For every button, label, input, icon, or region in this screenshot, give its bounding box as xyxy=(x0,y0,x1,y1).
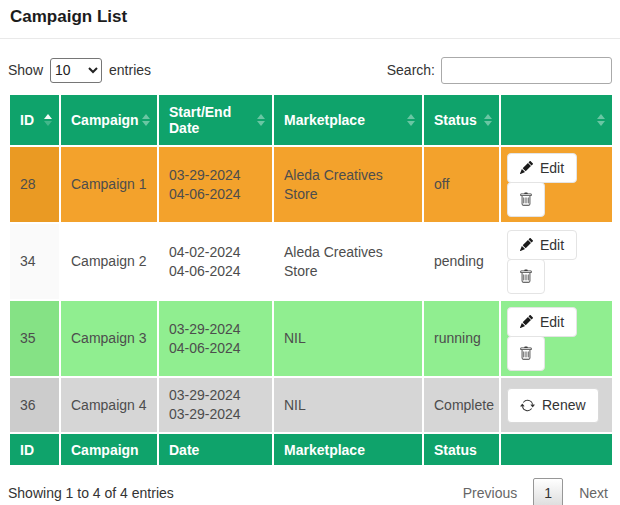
end-date: 04-06-2024 xyxy=(169,185,262,204)
start-date: 03-29-2024 xyxy=(169,386,262,405)
cell-marketplace: NIL xyxy=(273,300,423,377)
delete-button[interactable] xyxy=(507,182,545,217)
sort-arrows-icon xyxy=(142,114,150,126)
refresh-icon xyxy=(520,398,535,413)
trash-icon xyxy=(519,269,533,284)
title-divider xyxy=(0,38,620,39)
column-header-label: Campaign xyxy=(71,112,139,128)
search-input[interactable] xyxy=(441,57,612,84)
pencil-icon xyxy=(520,161,533,174)
pencil-icon xyxy=(520,315,533,328)
cell-id: 34 xyxy=(9,223,60,300)
start-date: 03-29-2024 xyxy=(169,320,262,339)
cell-campaign: Campaign 1 xyxy=(60,146,158,223)
renew-button-label: Renew xyxy=(542,398,586,412)
column-header-marketplace[interactable]: Marketplace xyxy=(273,94,423,146)
end-date: 04-06-2024 xyxy=(169,339,262,358)
table-row: 35 Campaign 3 03-29-2024 04-06-2024 NIL … xyxy=(9,300,613,377)
campaign-list-page: Campaign List Show 10 entries Search: ID xyxy=(0,0,620,505)
cell-status: off xyxy=(423,146,500,223)
footer-column-marketplace: Marketplace xyxy=(273,433,423,466)
edit-button[interactable]: Edit xyxy=(507,230,577,260)
cell-actions: Edit xyxy=(500,146,613,223)
footer-column-date: Date xyxy=(158,433,273,466)
next-page-button[interactable]: Next xyxy=(575,479,612,505)
current-page-button[interactable]: 1 xyxy=(533,478,563,505)
cell-actions: Edit xyxy=(500,223,613,300)
campaign-table: ID Campaign Start/End Date Marketplace S… xyxy=(8,93,614,467)
sort-arrows-icon xyxy=(44,114,52,126)
entries-per-page-select[interactable]: 10 xyxy=(50,58,102,83)
cell-marketplace: Aleda Creatives Store xyxy=(273,223,423,300)
header-row: ID Campaign Start/End Date Marketplace S… xyxy=(9,94,613,146)
table-row: 28 Campaign 1 03-29-2024 04-06-2024 Aled… xyxy=(9,146,613,223)
column-header-campaign[interactable]: Campaign xyxy=(60,94,158,146)
column-header-label: ID xyxy=(20,112,34,128)
cell-dates: 04-02-2024 04-06-2024 xyxy=(158,223,273,300)
sort-arrows-icon xyxy=(407,114,415,126)
trash-icon xyxy=(519,192,533,207)
delete-button[interactable] xyxy=(507,336,545,371)
column-header-label: Marketplace xyxy=(284,112,365,128)
footer-column-status: Status xyxy=(423,433,500,466)
cell-campaign: Campaign 3 xyxy=(60,300,158,377)
sort-arrows-icon xyxy=(597,114,605,126)
cell-marketplace: NIL xyxy=(273,377,423,433)
column-header-status[interactable]: Status xyxy=(423,94,500,146)
cell-dates: 03-29-2024 04-06-2024 xyxy=(158,300,273,377)
search-control: Search: xyxy=(387,57,612,84)
show-label: Show xyxy=(8,62,43,78)
cell-dates: 03-29-2024 03-29-2024 xyxy=(158,377,273,433)
entries-label: entries xyxy=(109,62,151,78)
footer-column-actions xyxy=(500,433,613,466)
column-header-label: Start/End Date xyxy=(169,104,231,136)
table-body: 28 Campaign 1 03-29-2024 04-06-2024 Aled… xyxy=(9,146,613,433)
column-header-id[interactable]: ID xyxy=(9,94,60,146)
cell-id: 35 xyxy=(9,300,60,377)
table-controls: Show 10 entries Search: xyxy=(8,56,612,84)
end-date: 03-29-2024 xyxy=(169,405,262,424)
column-header-start-end-date[interactable]: Start/End Date xyxy=(158,94,273,146)
cell-id: 28 xyxy=(9,146,60,223)
cell-actions: Renew xyxy=(500,377,613,433)
cell-status: pending xyxy=(423,223,500,300)
cell-dates: 03-29-2024 04-06-2024 xyxy=(158,146,273,223)
cell-marketplace: Aleda Creatives Store xyxy=(273,146,423,223)
footer-row: ID Campaign Date Marketplace Status xyxy=(9,433,613,466)
cell-campaign: Campaign 4 xyxy=(60,377,158,433)
table-bottom-bar: Showing 1 to 4 of 4 entries Previous 1 N… xyxy=(8,478,612,505)
page-title: Campaign List xyxy=(10,7,612,27)
table-row: 34 Campaign 2 04-02-2024 04-06-2024 Aled… xyxy=(9,223,613,300)
edit-button[interactable]: Edit xyxy=(507,307,577,337)
renew-button[interactable]: Renew xyxy=(507,388,599,423)
trash-icon xyxy=(519,346,533,361)
footer-column-campaign: Campaign xyxy=(60,433,158,466)
cell-campaign: Campaign 2 xyxy=(60,223,158,300)
sort-arrows-icon xyxy=(484,114,492,126)
start-date: 04-02-2024 xyxy=(169,243,262,262)
start-date: 03-29-2024 xyxy=(169,166,262,185)
table-row: 36 Campaign 4 03-29-2024 03-29-2024 NIL … xyxy=(9,377,613,433)
cell-status: running xyxy=(423,300,500,377)
search-label: Search: xyxy=(387,62,435,78)
cell-actions: Edit xyxy=(500,300,613,377)
table-footer: ID Campaign Date Marketplace Status xyxy=(9,433,613,466)
cell-status: Complete xyxy=(423,377,500,433)
table-header: ID Campaign Start/End Date Marketplace S… xyxy=(9,94,613,146)
page-length-control: Show 10 entries xyxy=(8,58,151,83)
edit-button[interactable]: Edit xyxy=(507,153,577,183)
cell-id: 36 xyxy=(9,377,60,433)
edit-button-label: Edit xyxy=(540,161,564,175)
end-date: 04-06-2024 xyxy=(169,262,262,281)
footer-column-id: ID xyxy=(9,433,60,466)
edit-button-label: Edit xyxy=(540,238,564,252)
entries-info: Showing 1 to 4 of 4 entries xyxy=(8,485,174,501)
pagination: Previous 1 Next xyxy=(459,478,612,505)
delete-button[interactable] xyxy=(507,259,545,294)
pencil-icon xyxy=(520,238,533,251)
edit-button-label: Edit xyxy=(540,315,564,329)
previous-page-button[interactable]: Previous xyxy=(459,479,521,505)
sort-arrows-icon xyxy=(257,114,265,126)
column-header-label: Status xyxy=(434,112,477,128)
column-header-actions[interactable] xyxy=(500,94,613,146)
